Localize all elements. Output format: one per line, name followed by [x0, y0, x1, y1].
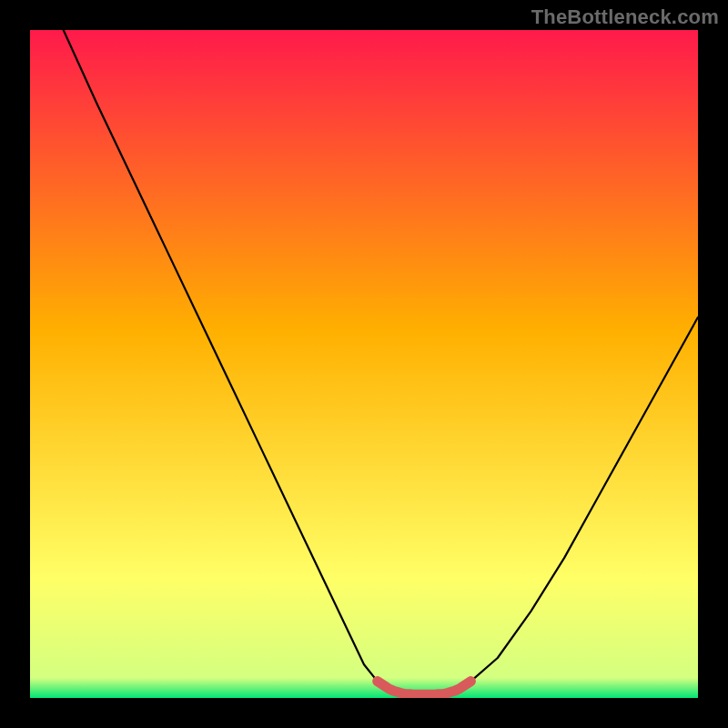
watermark-text: TheBottleneck.com: [531, 5, 719, 29]
plot-area: [30, 30, 698, 698]
gradient-background: [30, 30, 698, 698]
chart-container: TheBottleneck.com: [0, 0, 728, 728]
chart-svg: [30, 30, 698, 698]
